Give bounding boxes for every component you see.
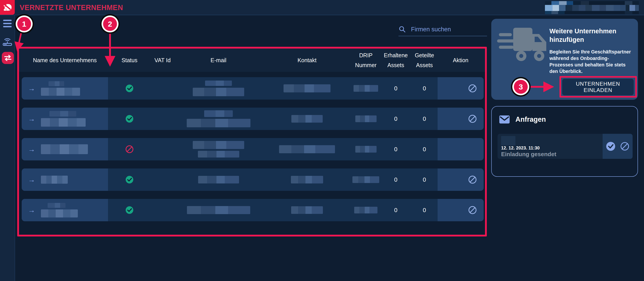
- status-blocked-icon: [125, 145, 134, 153]
- row-open-arrow-icon[interactable]: →: [28, 206, 35, 214]
- redacted-email: [193, 88, 244, 96]
- redacted-drip: [352, 176, 379, 183]
- redacted-kontakt: [291, 115, 323, 123]
- received-assets-value: 0: [394, 115, 397, 122]
- sidebar: [0, 15, 15, 281]
- hamburger-icon: [3, 20, 12, 21]
- status-cell: [108, 138, 151, 160]
- company-name-cell: →: [22, 77, 108, 100]
- block-company-icon[interactable]: [468, 206, 477, 214]
- table-row[interactable]: → 0 0: [22, 199, 484, 221]
- drip-cell: [351, 199, 380, 221]
- redacted-email: [198, 176, 239, 183]
- transfer-arrows-icon: [4, 55, 12, 61]
- column-header-kontakt: Kontakt: [263, 49, 351, 72]
- search-icon: [398, 26, 406, 33]
- table-row[interactable]: → 0 0: [22, 77, 484, 100]
- user-info-blur-row: [545, 1, 639, 5]
- sidebar-item-connected-companies[interactable]: [2, 52, 14, 64]
- table-row[interactable]: → 0 0: [22, 108, 484, 130]
- delivery-truck-icon: [497, 25, 550, 67]
- request-info: 12. 12. 2023. 11:30 Einladung gesendet: [498, 134, 603, 159]
- action-cell: [438, 199, 484, 221]
- row-open-arrow-icon[interactable]: →: [28, 176, 35, 183]
- redacted-request-company: [501, 136, 516, 145]
- row-open-arrow-icon[interactable]: →: [28, 115, 35, 122]
- redacted-company-name: [41, 144, 88, 154]
- status-ok-icon: [125, 115, 134, 123]
- requests-card: Anfragen 12. 12. 2023. 11:30 Einladung g…: [491, 106, 638, 177]
- row-open-arrow-icon[interactable]: →: [28, 85, 35, 92]
- block-company-icon[interactable]: [468, 114, 477, 123]
- column-header-aktion: Aktion: [438, 49, 484, 72]
- received-assets-value: 0: [394, 85, 397, 92]
- invite-card-title: Weitere Unternehmen hinzufügen: [550, 27, 623, 44]
- redacted-kontakt: [291, 176, 323, 183]
- decline-request-icon[interactable]: [620, 142, 630, 151]
- email-cell: [174, 168, 263, 191]
- company-search: [398, 23, 487, 36]
- column-header-geteilte: Geteilte Assets: [411, 49, 438, 72]
- redacted-kontakt: [279, 145, 335, 153]
- redacted-kontakt: [284, 84, 330, 92]
- table-row[interactable]: → 0 0: [22, 168, 484, 191]
- invite-company-button[interactable]: UNTERNEHMEN EINLADEN: [562, 79, 634, 95]
- shared-assets-value: 0: [423, 146, 426, 153]
- redacted-email: [187, 119, 250, 127]
- redacted-drip: [355, 146, 376, 153]
- status-cell: [108, 77, 151, 100]
- company-name-cell: →: [22, 199, 108, 221]
- email-cell: [174, 77, 263, 100]
- company-name-cell: →: [22, 108, 108, 130]
- user-info-redacted[interactable]: [545, 1, 639, 14]
- requests-title: Anfragen: [516, 115, 546, 124]
- received-assets-value: 0: [394, 176, 397, 183]
- annotation-arrow-1: [19, 31, 22, 44]
- action-cell: [438, 168, 484, 191]
- action-cell: [438, 138, 484, 160]
- column-header-email: E-mail: [174, 49, 263, 72]
- column-header-vat: VAT Id: [151, 49, 174, 72]
- drip-cell: [351, 77, 380, 100]
- sidebar-item-devices[interactable]: [2, 37, 12, 47]
- redacted-email: [187, 206, 250, 214]
- request-actions: [603, 134, 632, 159]
- vat-cell: [151, 168, 174, 191]
- brand-logo[interactable]: [0, 0, 15, 15]
- block-company-icon[interactable]: [468, 84, 477, 93]
- search-input[interactable]: [410, 26, 490, 33]
- drip-cell: [351, 168, 380, 191]
- invite-companies-card: Weitere Unternehmen hinzufügen Begleiten…: [491, 19, 638, 100]
- page-title: VERNETZTE UNTERNEHMEN: [20, 0, 123, 15]
- request-timestamp: 12. 12. 2023. 11:30: [501, 145, 540, 151]
- kontakt-cell: [263, 108, 351, 130]
- column-header-drip: DRIP Nummer: [351, 49, 380, 72]
- kontakt-cell: [263, 199, 351, 221]
- block-company-icon[interactable]: [468, 175, 477, 184]
- shared-assets-value: 0: [423, 207, 426, 214]
- email-cell: [174, 199, 263, 221]
- drip-cell: [351, 138, 380, 160]
- redacted-drip: [354, 85, 378, 92]
- kontakt-cell: [263, 77, 351, 100]
- redacted-drip: [355, 115, 376, 122]
- action-cell: [438, 108, 484, 130]
- user-info-blur-row: [545, 11, 639, 14]
- action-cell: [438, 77, 484, 100]
- company-name-cell: →: [22, 168, 108, 191]
- status-cell: [108, 168, 151, 191]
- envelope-icon: [499, 115, 510, 124]
- status-ok-icon: [125, 84, 134, 93]
- email-cell: [174, 138, 263, 160]
- email-cell: [174, 108, 263, 130]
- table-row[interactable]: → 0 0: [22, 138, 484, 160]
- vat-cell: [151, 138, 174, 160]
- vat-cell: [151, 108, 174, 130]
- sidebar-item-menu[interactable]: [3, 20, 12, 27]
- status-ok-icon: [125, 206, 134, 214]
- brand-d-arrow-icon: [2, 2, 12, 13]
- drip-cell: [351, 108, 380, 130]
- accept-request-icon[interactable]: [606, 141, 616, 151]
- shared-assets-value: 0: [423, 85, 426, 92]
- row-open-arrow-icon[interactable]: →: [28, 146, 35, 153]
